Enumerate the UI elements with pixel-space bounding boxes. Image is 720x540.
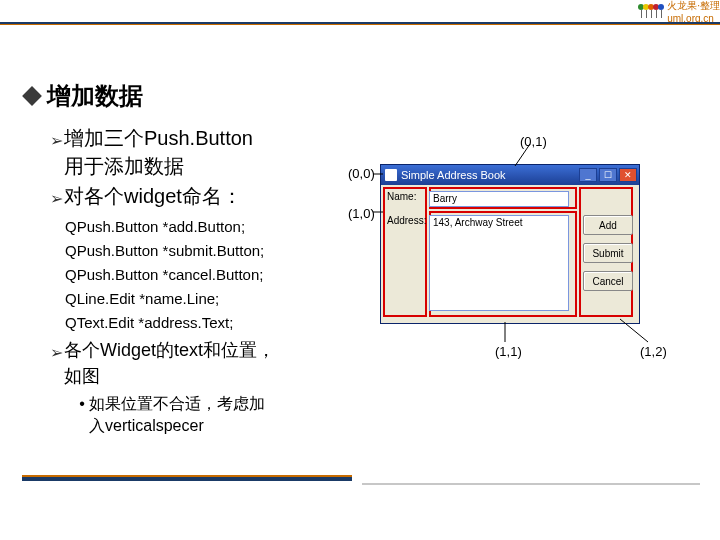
- name-row: Name: Barry: [387, 191, 569, 207]
- arrow-icon: ➢: [50, 185, 64, 213]
- window-title: Simple Address Book: [401, 169, 506, 181]
- dot-icon: •: [75, 393, 89, 437]
- footer-divider-left: [22, 477, 352, 495]
- heading-text: 增加数据: [47, 80, 143, 112]
- brand-name: 火龙果·整理: [667, 0, 720, 13]
- coord-label: (0,1): [520, 134, 547, 149]
- right-column: (0,1) (0,0) (1,0) (1,1) (1,2) Simple Add…: [340, 124, 700, 437]
- arrow-icon: ➢: [50, 340, 64, 389]
- maximize-button[interactable]: ☐: [599, 168, 617, 182]
- address-label: Address:: [387, 215, 429, 226]
- diamond-icon: [22, 86, 42, 106]
- layout-diagram: (0,1) (0,0) (1,0) (1,1) (1,2) Simple Add…: [340, 144, 700, 404]
- code-line: QPush.Button *cancel.Button;: [25, 263, 340, 287]
- code-line: QPush.Button *submit.Button;: [25, 239, 340, 263]
- banner-figures: [638, 4, 663, 18]
- code-line: QText.Edit *address.Text;: [25, 311, 340, 335]
- cancel-button[interactable]: Cancel: [583, 271, 633, 291]
- name-label: Name:: [387, 191, 429, 202]
- code-line: QPush.Button *add.Button;: [25, 215, 340, 239]
- close-button[interactable]: ✕: [619, 168, 637, 182]
- code-line: QLine.Edit *name.Line;: [25, 287, 340, 311]
- name-field[interactable]: Barry: [429, 191, 569, 207]
- coord-label: (1,0): [348, 206, 375, 221]
- sub-bullet-3: ➢ 各个Widget的text和位置， 如图: [25, 337, 340, 389]
- sub-bullet-4: • 如果位置不合适，考虑加 入verticalspecer: [25, 393, 340, 437]
- arrow-icon: ➢: [50, 127, 64, 180]
- footer-divider-right: [362, 483, 700, 485]
- heading: 增加数据: [25, 80, 700, 112]
- titlebar: Simple Address Book _ ☐ ✕: [381, 165, 639, 185]
- banner-divider: [0, 22, 720, 24]
- coord-label: (0,0): [348, 166, 375, 181]
- address-row: Address: 143, Archway Street: [387, 215, 569, 311]
- add-button[interactable]: Add: [583, 215, 633, 235]
- brand-text: 火龙果·整理 uml.org.cn: [667, 0, 720, 24]
- window-body: Name: Barry Address: 143, Archway Street…: [381, 185, 639, 323]
- brand-banner: 火龙果·整理 uml.org.cn: [638, 0, 720, 22]
- left-column: ➢ 增加三个Push.Button 用于添加数据 ➢ 对各个widget命名： …: [25, 124, 340, 437]
- coord-label: (1,2): [640, 344, 667, 359]
- address-field[interactable]: 143, Archway Street: [429, 215, 569, 311]
- button-column: Add Submit Cancel: [583, 215, 633, 299]
- minimize-button[interactable]: _: [579, 168, 597, 182]
- app-icon: [385, 169, 397, 181]
- app-window: Simple Address Book _ ☐ ✕ Name:: [380, 164, 640, 324]
- sub-bullet-2: ➢ 对各个widget命名：: [25, 182, 340, 213]
- coord-label: (1,1): [495, 344, 522, 359]
- slide-content: 增加数据 ➢ 增加三个Push.Button 用于添加数据 ➢ 对各个widge…: [25, 80, 700, 437]
- sub-bullet-1: ➢ 增加三个Push.Button 用于添加数据: [25, 124, 340, 180]
- submit-button[interactable]: Submit: [583, 243, 633, 263]
